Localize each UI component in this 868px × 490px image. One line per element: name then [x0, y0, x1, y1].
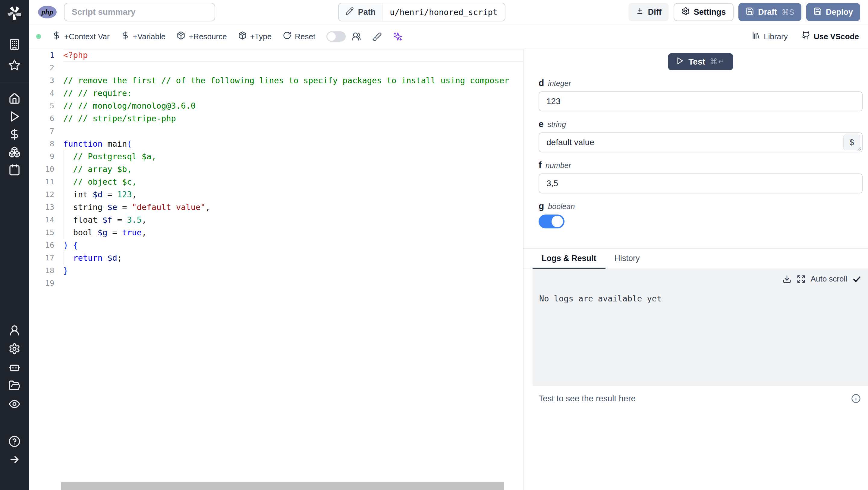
code-text	[63, 277, 523, 290]
users-icon[interactable]	[351, 32, 361, 41]
star-icon[interactable]	[8, 59, 21, 71]
php-language-badge: php	[38, 6, 57, 19]
toolbar-reset-button[interactable]: Reset	[283, 31, 315, 42]
expand-logs-icon[interactable]	[797, 275, 806, 284]
field-type: integer	[548, 79, 571, 88]
autoscroll-label[interactable]: Auto scroll	[811, 274, 847, 284]
code-text: // remove the first // of the following …	[63, 74, 523, 87]
windmill-logo-icon[interactable]	[0, 4, 29, 22]
code-line-12[interactable]: 12 int $d = 123,	[29, 188, 523, 201]
line-number: 1	[29, 49, 63, 62]
resize-handle[interactable]	[856, 146, 861, 151]
toolbar--variable-button[interactable]: +Variable	[121, 31, 166, 42]
edit-path-button[interactable]: Path	[339, 3, 383, 21]
field-d: dinteger123	[538, 78, 863, 111]
package-icon	[238, 31, 247, 42]
arrow-right-icon[interactable]	[8, 453, 21, 466]
sidebar-divider	[0, 82, 29, 82]
toolbar--context-var-button[interactable]: +Context Var	[52, 31, 110, 42]
e-input[interactable]: default value$	[538, 133, 863, 152]
bot-icon[interactable]	[8, 361, 21, 374]
home-icon[interactable]	[8, 92, 21, 105]
code-line-10[interactable]: 10 // array $b,	[29, 163, 523, 176]
field-e: estringdefault value$	[538, 119, 863, 152]
test-button[interactable]: Test ⌘↵	[668, 53, 733, 70]
code-line-15[interactable]: 15 bool $g = true,	[29, 226, 523, 239]
building-icon[interactable]	[8, 38, 21, 51]
autoscroll-check-icon[interactable]	[852, 275, 861, 284]
field-name: d	[538, 78, 544, 88]
draft-button[interactable]: Draft ⌘S	[738, 3, 801, 21]
code-line-6[interactable]: 6// // stripe/stripe-php	[29, 112, 523, 125]
eye-icon[interactable]	[8, 398, 21, 410]
code-line-19[interactable]: 19	[29, 277, 523, 290]
gear-icon	[681, 7, 690, 18]
script-path: Path u/henri/honored_script	[338, 3, 505, 22]
code-line-11[interactable]: 11 // object $c,	[29, 176, 523, 188]
folder-open-icon[interactable]	[8, 379, 21, 392]
boxes-icon[interactable]	[8, 146, 21, 158]
settings-button[interactable]: Settings	[674, 3, 734, 21]
diff-icon	[636, 7, 644, 18]
code-line-7[interactable]: 7	[29, 125, 523, 138]
code-text: <?php	[63, 49, 523, 62]
code-editor[interactable]: 1<?php23// remove the first // of the fo…	[29, 49, 524, 490]
save-icon	[746, 7, 754, 18]
code-line-16[interactable]: 16) {	[29, 239, 523, 252]
play-icon	[676, 57, 684, 67]
code-text: // object $c,	[63, 176, 523, 188]
help-circle-icon[interactable]	[8, 435, 21, 448]
dollar-icon[interactable]	[8, 128, 21, 141]
code-line-1[interactable]: 1<?php	[29, 49, 523, 62]
tab-history[interactable]: History	[606, 249, 649, 268]
deploy-button[interactable]: Deploy	[806, 3, 860, 21]
code-text: }	[63, 264, 523, 277]
test-shortcut: ⌘↵	[710, 57, 725, 66]
run-panel: Test ⌘↵ dinteger123estringdefault value$…	[524, 49, 868, 490]
code-line-17[interactable]: 17 return $d;	[29, 252, 523, 264]
code-line-2[interactable]: 2	[29, 62, 523, 74]
play-icon[interactable]	[8, 110, 21, 123]
user-icon[interactable]	[8, 324, 21, 337]
toolbar--resource-button[interactable]: +Resource	[177, 31, 227, 42]
line-number: 13	[29, 201, 63, 213]
d-input[interactable]: 123	[538, 91, 863, 111]
line-number: 9	[29, 150, 63, 163]
field-name: f	[538, 160, 541, 170]
multiplayer-toggle[interactable]	[327, 31, 346, 41]
code-line-3[interactable]: 3// remove the first // of the following…	[29, 74, 523, 87]
code-line-5[interactable]: 5// // monolog/monolog@3.6.0	[29, 99, 523, 112]
settings-icon[interactable]	[8, 342, 21, 355]
horizontal-scrollbar[interactable]	[61, 482, 504, 490]
code-line-18[interactable]: 18}	[29, 264, 523, 277]
result-panel: Test to see the result here	[524, 386, 868, 490]
line-number: 15	[29, 226, 63, 239]
g-toggle[interactable]	[538, 214, 564, 228]
f-input[interactable]: 3,5	[538, 173, 863, 194]
calendar-icon[interactable]	[8, 164, 21, 176]
diff-button[interactable]: Diff	[628, 3, 669, 21]
code-text: // // require:	[63, 87, 523, 99]
line-number: 16	[29, 239, 63, 252]
tab-logs-result[interactable]: Logs & Result	[532, 249, 606, 268]
line-number: 5	[29, 99, 63, 112]
path-label: Path	[358, 7, 376, 17]
code-line-4[interactable]: 4// // require:	[29, 87, 523, 99]
refresh-icon	[283, 31, 291, 42]
use-vscode-button[interactable]: Use VScode	[802, 31, 859, 42]
code-line-8[interactable]: 8function main(	[29, 138, 523, 150]
download-logs-icon[interactable]	[782, 275, 792, 284]
status-dot	[36, 34, 41, 39]
info-icon[interactable]	[851, 394, 861, 403]
ai-sparkles-icon[interactable]	[393, 32, 403, 41]
code-line-9[interactable]: 9 // Postgresql $a,	[29, 150, 523, 163]
code-line-13[interactable]: 13 string $e = "default value",	[29, 201, 523, 213]
toolbar--type-button[interactable]: +Type	[238, 31, 272, 42]
field-g: gboolean	[538, 201, 863, 228]
script-summary-input[interactable]	[64, 3, 215, 22]
line-number: 19	[29, 277, 63, 290]
library-button[interactable]: Library	[752, 31, 787, 42]
line-number: 10	[29, 163, 63, 176]
code-line-14[interactable]: 14 float $f = 3.5,	[29, 213, 523, 226]
format-brush-icon[interactable]	[372, 32, 382, 41]
